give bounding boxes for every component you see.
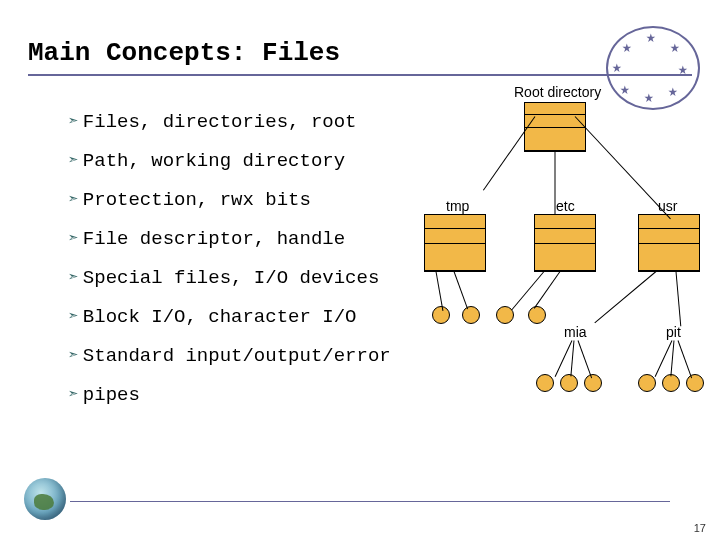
- slide-title: Main Concepts: Files: [28, 38, 692, 68]
- file-leaf: [528, 306, 546, 324]
- bullet-text: pipes: [83, 386, 140, 405]
- bullet-item: ➣Standard input/output/error: [68, 347, 391, 366]
- bullet-arrow-icon: ➣: [68, 152, 79, 170]
- root-label: Root directory: [514, 84, 601, 100]
- tmp-label: tmp: [446, 198, 469, 214]
- bullet-item: ➣pipes: [68, 386, 391, 405]
- bullet-item: ➣Path, working directory: [68, 152, 391, 171]
- file-leaf: [536, 374, 554, 392]
- bullet-arrow-icon: ➣: [68, 347, 79, 365]
- tree-line: [578, 340, 593, 378]
- usr-label: usr: [658, 198, 677, 214]
- tree-line: [575, 116, 671, 219]
- file-leaf: [638, 374, 656, 392]
- globe-icon: [24, 478, 66, 520]
- tree-line: [670, 340, 674, 376]
- bullet-arrow-icon: ➣: [68, 308, 79, 326]
- file-leaf: [462, 306, 480, 324]
- bullet-item: ➣Files, directories, root: [68, 113, 391, 132]
- bullet-arrow-icon: ➣: [68, 113, 79, 131]
- tree-line: [570, 340, 574, 376]
- bullet-arrow-icon: ➣: [68, 230, 79, 248]
- tree-line: [594, 271, 656, 323]
- pit-label: pit: [666, 324, 681, 340]
- file-leaf: [560, 374, 578, 392]
- bullet-item: ➣Block I/O, character I/O: [68, 308, 391, 327]
- bullet-arrow-icon: ➣: [68, 386, 79, 404]
- bullet-list: ➣Files, directories, root ➣Path, working…: [28, 113, 391, 425]
- bullet-item: ➣Special files, I/O devices: [68, 269, 391, 288]
- file-leaf: [662, 374, 680, 392]
- bullet-text: Special files, I/O devices: [83, 269, 379, 288]
- footer-divider: [70, 501, 670, 502]
- tmp-box: [424, 214, 486, 272]
- bullet-text: Path, working directory: [83, 152, 345, 171]
- bullet-text: Protection, rwx bits: [83, 191, 311, 210]
- mia-label: mia: [564, 324, 587, 340]
- etc-box: [534, 214, 596, 272]
- tree-line: [483, 116, 535, 190]
- etc-label: etc: [556, 198, 575, 214]
- file-leaf: [432, 306, 450, 324]
- bullet-text: Block I/O, character I/O: [83, 308, 357, 327]
- bullet-arrow-icon: ➣: [68, 191, 79, 209]
- tree-line: [676, 271, 682, 326]
- bullet-arrow-icon: ➣: [68, 269, 79, 287]
- usr-box: [638, 214, 700, 272]
- bullet-text: Standard input/output/error: [83, 347, 391, 366]
- tree-line: [678, 340, 693, 378]
- bullet-item: ➣Protection, rwx bits: [68, 191, 391, 210]
- file-leaf: [686, 374, 704, 392]
- stars-badge: ★ ★ ★ ★ ★ ★ ★ ★: [606, 26, 700, 110]
- slide: ★ ★ ★ ★ ★ ★ ★ ★ Main Concepts: Files ➣Fi…: [0, 0, 720, 540]
- tree-line: [511, 271, 544, 310]
- root-directory-box: [524, 102, 586, 152]
- bullet-item: ➣File descriptor, handle: [68, 230, 391, 249]
- file-leaf: [584, 374, 602, 392]
- page-number: 17: [694, 522, 706, 534]
- title-divider: [28, 74, 692, 76]
- bullet-text: Files, directories, root: [83, 113, 357, 132]
- bullet-text: File descriptor, handle: [83, 230, 345, 249]
- tree-line: [555, 152, 556, 215]
- tree-line: [454, 271, 469, 309]
